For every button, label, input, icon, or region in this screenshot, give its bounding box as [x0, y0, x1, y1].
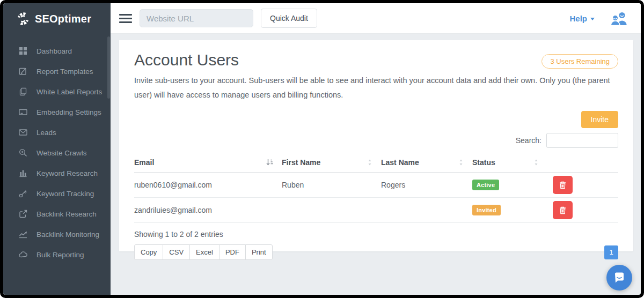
sidebar-item-label: Backlink Monitoring	[36, 230, 99, 239]
sidebar-nav: Dashboard Report Templates White Label R…	[3, 34, 111, 265]
search-input[interactable]	[546, 133, 618, 148]
cell-email: ruben0610@gmail.com	[134, 181, 282, 189]
app-window: SEOptimer Dashboard Report Templates	[0, 0, 644, 298]
sidebar: SEOptimer Dashboard Report Templates	[3, 3, 111, 295]
trash-icon	[559, 206, 567, 214]
sidebar-item-dashboard[interactable]: Dashboard	[3, 41, 111, 61]
sidebar-item-label: Backlink Research	[36, 210, 97, 218]
topbar-right: Help	[569, 11, 628, 26]
invite-button[interactable]: Invite	[581, 111, 618, 128]
cell-first-name: Ruben	[282, 181, 381, 189]
sort-both-icon	[533, 159, 539, 166]
column-header-first-name[interactable]: First Name	[282, 158, 381, 167]
white-label-reports-icon	[19, 87, 27, 96]
sort-both-icon	[367, 159, 372, 166]
sidebar-item-label: Bulk Reporting	[36, 251, 84, 259]
table-row: ruben0610@gmail.com Ruben Rogers Active	[134, 173, 618, 198]
sidebar-scrollbar[interactable]	[107, 36, 110, 99]
column-label: First Name	[282, 158, 320, 167]
hamburger-menu-icon[interactable]	[119, 11, 132, 26]
sidebar-item-label: Website Crawls	[36, 149, 87, 157]
sort-both-icon	[458, 159, 464, 166]
chat-smile-icon	[612, 271, 626, 285]
sidebar-item-backlink-research[interactable]: Backlink Research	[3, 204, 111, 224]
cell-actions	[547, 201, 618, 219]
status-badge-invited: Invited	[472, 205, 501, 215]
column-header-status[interactable]: Status	[472, 158, 547, 167]
export-csv-button[interactable]: CSV	[163, 244, 190, 260]
column-label: Email	[134, 158, 154, 167]
sidebar-item-backlink-monitoring[interactable]: Backlink Monitoring	[3, 224, 111, 244]
page-title: Account Users	[134, 51, 239, 69]
backlink-monitoring-icon	[19, 230, 27, 239]
cell-last-name: Rogers	[381, 181, 472, 189]
delete-user-button[interactable]	[553, 201, 573, 219]
column-header-email[interactable]: Email	[134, 158, 282, 167]
help-label: Help	[569, 14, 587, 23]
export-copy-button[interactable]: Copy	[134, 244, 163, 260]
pagination-page-1-button[interactable]: 1	[604, 245, 618, 259]
help-dropdown[interactable]: Help	[569, 14, 595, 23]
sidebar-item-label: Keyword Research	[36, 169, 98, 177]
seoptimer-gear-icon	[16, 12, 30, 26]
users-table: Email First Name	[134, 155, 618, 223]
sidebar-item-white-label-reports[interactable]: White Label Reports	[3, 81, 111, 102]
sidebar-item-keyword-research[interactable]: Keyword Research	[3, 163, 111, 183]
sidebar-item-label: Report Templates	[36, 68, 93, 76]
report-templates-icon	[19, 67, 27, 76]
main-area: Quick Audit Help Acc	[111, 3, 641, 295]
trash-icon	[559, 181, 567, 189]
account-users-card: Account Users 3 Users Remaining Invite s…	[119, 40, 633, 251]
column-label: Status	[472, 158, 495, 167]
sidebar-item-label: Dashboard	[36, 47, 72, 55]
cell-email: zandriluies@gmail.com	[134, 206, 282, 214]
column-header-last-name[interactable]: Last Name	[381, 158, 472, 167]
export-excel-button[interactable]: Excel	[189, 244, 219, 260]
column-label: Last Name	[381, 158, 419, 167]
content-area: Account Users 3 Users Remaining Invite s…	[111, 34, 641, 295]
sidebar-item-keyword-tracking[interactable]: Keyword Tracking	[3, 183, 111, 204]
keyword-tracking-icon	[19, 189, 27, 198]
leads-icon	[19, 128, 27, 137]
sidebar-item-report-templates[interactable]: Report Templates	[3, 61, 111, 81]
chat-widget-button[interactable]	[606, 265, 632, 290]
sidebar-item-label: Leads	[36, 129, 56, 137]
table-header-row: Email First Name	[134, 155, 618, 173]
account-users-icon[interactable]	[610, 11, 628, 26]
export-pdf-button[interactable]: PDF	[219, 244, 246, 260]
sidebar-item-bulk-reporting[interactable]: Bulk Reporting	[3, 244, 111, 265]
brand-name: SEOptimer	[35, 13, 91, 25]
sidebar-item-label: White Label Reports	[36, 88, 102, 96]
sidebar-item-leads[interactable]: Leads	[3, 122, 111, 143]
export-print-button[interactable]: Print	[245, 244, 273, 260]
search-label: Search:	[516, 136, 541, 145]
sidebar-item-embedding-settings[interactable]: Embedding Settings	[3, 102, 111, 122]
backlink-research-icon	[19, 210, 27, 218]
table-summary: Showing 1 to 2 of 2 entries	[134, 230, 618, 239]
table-row: zandriluies@gmail.com Invited	[134, 198, 618, 223]
embedding-settings-icon	[19, 108, 27, 116]
delete-user-button[interactable]	[553, 176, 573, 194]
status-badge-active: Active	[472, 180, 499, 190]
sidebar-item-label: Keyword Tracking	[36, 190, 94, 198]
brand-logo[interactable]: SEOptimer	[3, 3, 111, 34]
sidebar-item-website-crawls[interactable]: Website Crawls	[3, 143, 111, 163]
cell-status: Invited	[472, 205, 547, 215]
sort-descending-icon	[266, 159, 273, 166]
dashboard-icon	[19, 47, 27, 55]
bulk-reporting-icon	[19, 250, 27, 259]
export-button-group: Copy CSV Excel PDF Print	[134, 244, 273, 260]
topbar: Quick Audit Help	[111, 3, 641, 34]
users-remaining-badge: 3 Users Remaining	[541, 54, 618, 69]
cell-status: Active	[472, 180, 547, 190]
chevron-down-icon	[590, 18, 595, 20]
website-crawls-icon	[19, 148, 27, 157]
keyword-research-icon	[19, 169, 27, 177]
quick-audit-button[interactable]: Quick Audit	[261, 9, 317, 28]
page-description: Invite sub-users to your account. Sub-us…	[134, 73, 618, 102]
cell-actions	[547, 176, 618, 194]
sidebar-item-label: Embedding Settings	[36, 108, 101, 116]
website-url-input[interactable]	[140, 9, 253, 27]
